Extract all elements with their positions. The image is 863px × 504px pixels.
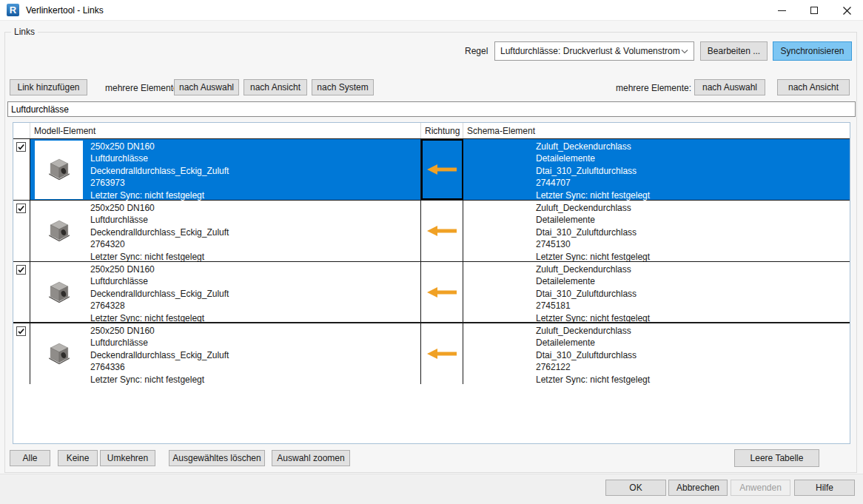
dialog-footer: OK Abbrechen Anwenden Hilfe: [0, 474, 863, 504]
arrow-left-icon: [426, 164, 457, 175]
close-button[interactable]: [830, 0, 863, 21]
schema-by-selection-button[interactable]: nach Auswahl: [694, 79, 765, 95]
cancel-button[interactable]: Abbrechen: [668, 480, 728, 496]
checkmark-icon: [17, 143, 25, 151]
duct-outlet-cube-icon: [47, 158, 71, 183]
model-multi-elements-label: mehrere Elemente:: [105, 83, 181, 93]
schema-category: Detailelemente: [536, 214, 850, 226]
schema-element-cell[interactable]: Zuluft_Deckendurchlass Detailelemente Dt…: [463, 323, 850, 384]
model-element-cell[interactable]: 250x250 DN160 Luftdurchlässe Deckendrall…: [30, 201, 421, 261]
model-element-info: 250x250 DN160 Luftdurchlässe Deckendrall…: [90, 323, 229, 384]
schema-category: Detailelemente: [536, 337, 850, 349]
verlinkertool-dialog: R Verlinkertool - Links Links Regel Luft…: [0, 0, 863, 504]
rule-selected-value: Luftdurchlässe: Druckverlust & Volumenst…: [500, 46, 680, 56]
schema-element-info: Zuluft_Deckendurchlass Detailelemente Dt…: [536, 262, 850, 324]
synchronize-button[interactable]: Synchronisieren: [773, 41, 852, 61]
direction-cell[interactable]: [421, 139, 463, 200]
minimize-icon: [778, 10, 786, 11]
invert-selection-button[interactable]: Umkehren: [100, 450, 155, 466]
duct-outlet-cube-icon: [47, 342, 71, 367]
model-element-thumbnail: [35, 141, 83, 199]
model-id: 2763973: [90, 177, 229, 189]
edit-rule-button[interactable]: Bearbeiten ...: [700, 41, 768, 61]
direction-cell[interactable]: [421, 323, 463, 384]
schema-type: Zuluft_Deckendurchlass: [536, 141, 850, 152]
row-check-cell: [13, 262, 30, 322]
filter-input[interactable]: [7, 101, 856, 117]
model-element-thumbnail: [35, 202, 83, 261]
table-row[interactable]: 250x250 DN160 Luftdurchlässe Deckendrall…: [13, 323, 850, 384]
model-type: 250x250 DN160: [90, 263, 229, 275]
model-category: Luftdurchlässe: [90, 214, 229, 226]
schema-element-cell[interactable]: Zuluft_Deckendurchlass Detailelemente Dt…: [463, 262, 850, 322]
schema-id: 2745130: [536, 238, 850, 250]
model-sync-status: Letzter Sync: nicht festgelegt: [90, 312, 229, 324]
header-direction[interactable]: Richtung: [421, 123, 463, 138]
header-checkbox-column: [13, 123, 30, 138]
model-element-info: 250x250 DN160 Luftdurchlässe Deckendrall…: [90, 139, 229, 200]
ok-button[interactable]: OK: [605, 480, 666, 496]
schema-family: Dtai_310_Zuluftdurchlass: [536, 349, 850, 361]
row-checkbox[interactable]: [16, 265, 26, 275]
schema-family: Dtai_310_Zuluftdurchlass: [536, 288, 850, 300]
direction-cell[interactable]: [421, 201, 463, 261]
app-icon-letter: R: [10, 4, 16, 16]
zoom-selection-button[interactable]: Auswahl zoomen: [272, 450, 350, 466]
checkmark-icon: [17, 266, 25, 274]
row-check-cell: [13, 323, 30, 384]
schema-element-cell[interactable]: Zuluft_Deckendurchlass Detailelemente Dt…: [463, 139, 850, 200]
schema-type: Zuluft_Deckendurchlass: [536, 202, 850, 214]
delete-selected-button[interactable]: Ausgewähltes löschen: [169, 450, 265, 466]
model-element-thumbnail: [35, 263, 83, 322]
model-element-cell[interactable]: 250x250 DN160 Luftdurchlässe Deckendrall…: [30, 262, 421, 322]
model-by-selection-button[interactable]: nach Auswahl: [174, 79, 239, 95]
arrow-left-icon: [426, 286, 457, 298]
schema-category: Detailelemente: [536, 275, 850, 287]
model-sync-status: Letzter Sync: nicht festgelegt: [90, 374, 229, 386]
table-row[interactable]: 250x250 DN160 Luftdurchlässe Deckendrall…: [13, 200, 850, 261]
table-row[interactable]: 250x250 DN160 Luftdurchlässe Deckendrall…: [13, 261, 850, 323]
schema-element-info: Zuluft_Deckendurchlass Detailelemente Dt…: [536, 201, 850, 263]
model-category: Luftdurchlässe: [90, 337, 229, 349]
schema-id: 2745181: [536, 300, 850, 312]
model-category: Luftdurchlässe: [90, 152, 229, 164]
model-family: Deckendralldurchlass_Eckig_Zuluft: [90, 349, 229, 361]
maximize-button[interactable]: [798, 0, 830, 21]
model-element-cell[interactable]: 250x250 DN160 Luftdurchlässe Deckendrall…: [30, 323, 421, 384]
select-none-button[interactable]: Keine: [58, 450, 98, 466]
header-schema-element[interactable]: Schema-Element: [463, 123, 850, 138]
schema-type: Zuluft_Deckendurchlass: [536, 325, 850, 337]
schema-category: Detailelemente: [536, 152, 850, 164]
help-button[interactable]: Hilfe: [794, 480, 855, 496]
model-element-cell[interactable]: 250x250 DN160 Luftdurchlässe Deckendrall…: [30, 139, 421, 200]
arrow-left-icon: [426, 348, 457, 360]
checkmark-icon: [17, 204, 25, 212]
row-checkbox[interactable]: [16, 326, 26, 336]
model-family: Deckendralldurchlass_Eckig_Zuluft: [90, 226, 229, 238]
chevron-down-icon: [681, 49, 688, 54]
title-bar: R Verlinkertool - Links: [0, 0, 863, 21]
model-by-system-button[interactable]: nach System: [312, 79, 374, 95]
row-checkbox[interactable]: [16, 142, 26, 152]
direction-cell[interactable]: [421, 262, 463, 322]
row-checkbox[interactable]: [16, 204, 26, 213]
select-all-button[interactable]: Alle: [10, 450, 50, 466]
schema-family: Dtai_310_Zuluftdurchlass: [536, 165, 850, 177]
schema-by-view-button[interactable]: nach Ansicht: [777, 79, 850, 95]
header-model-element[interactable]: Modell-Element: [30, 123, 421, 138]
schema-multi-elements-label: mehrere Elemente:: [616, 83, 691, 93]
schema-id: 2762122: [536, 361, 850, 373]
schema-id: 2744707: [536, 177, 850, 189]
minimize-button[interactable]: [765, 0, 798, 21]
model-by-view-button[interactable]: nach Ansicht: [244, 79, 307, 95]
rule-select[interactable]: Luftdurchlässe: Druckverlust & Volumenst…: [494, 41, 694, 61]
model-id: 2764336: [90, 361, 229, 373]
clear-table-button[interactable]: Leere Tabelle: [734, 449, 819, 467]
table-row[interactable]: 250x250 DN160 Luftdurchlässe Deckendrall…: [13, 138, 850, 200]
close-icon: [843, 7, 851, 15]
row-check-cell: [13, 139, 30, 200]
schema-element-cell[interactable]: Zuluft_Deckendurchlass Detailelemente Dt…: [463, 201, 850, 261]
add-link-button[interactable]: Link hinzufügen: [10, 79, 87, 95]
duct-outlet-cube-icon: [47, 280, 71, 306]
schema-family: Dtai_310_Zuluftdurchlass: [536, 226, 850, 238]
